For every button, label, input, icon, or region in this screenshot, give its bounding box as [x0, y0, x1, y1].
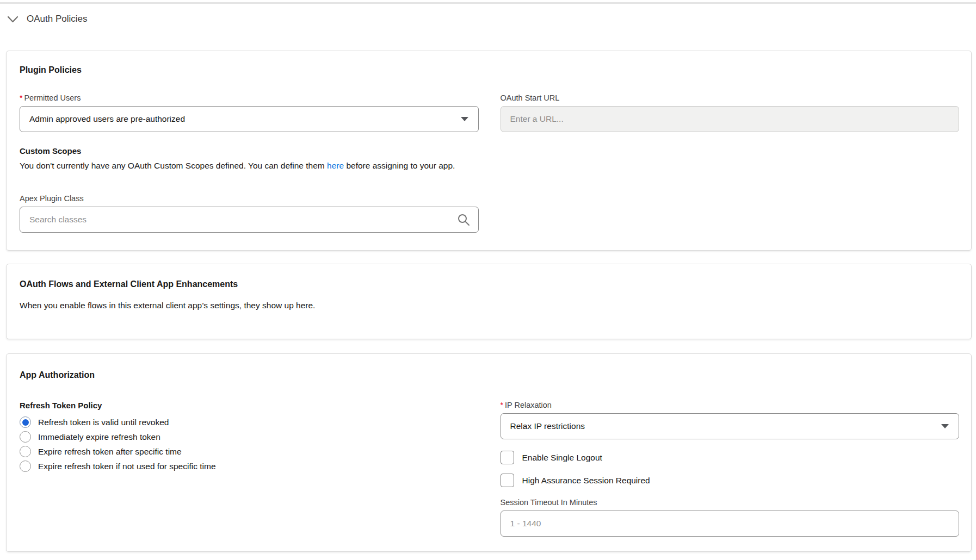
permitted-users-value: Admin approved users are pre-authorized: [29, 114, 185, 124]
dropdown-caret-icon: [941, 424, 949, 428]
checkbox-label: Enable Single Logout: [522, 453, 602, 463]
oauth-start-url-label: OAuth Start URL: [501, 94, 960, 102]
required-asterisk: *: [20, 94, 22, 102]
ip-relaxation-value: Relax IP restrictions: [510, 421, 585, 431]
custom-scopes-title: Custom Scopes: [20, 146, 959, 155]
plugin-policies-title: Plugin Policies: [20, 65, 959, 75]
top-divider: [0, 2, 976, 4]
enable-single-logout-row[interactable]: Enable Single Logout: [501, 451, 960, 464]
high-assurance-session-checkbox[interactable]: [501, 474, 514, 487]
required-asterisk: *: [501, 401, 503, 409]
radio-button[interactable]: [20, 461, 31, 472]
oauth-flows-card: OAuth Flows and External Client App Enha…: [6, 264, 972, 339]
apex-plugin-class-label: Apex Plugin Class: [20, 194, 479, 203]
session-timeout-label: Session Timeout In Minutes: [501, 498, 960, 507]
permitted-users-label: * Permitted Users: [20, 94, 479, 102]
checkbox-label: High Assurance Session Required: [522, 476, 650, 486]
app-authorization-right-column: * IP Relaxation Relax IP restrictions En…: [501, 401, 960, 537]
chevron-down-icon[interactable]: [7, 16, 18, 23]
enable-single-logout-checkbox[interactable]: [501, 451, 514, 464]
custom-scopes-text: You don't currently have any OAuth Custo…: [20, 161, 959, 171]
apex-plugin-class-search-input[interactable]: [20, 207, 479, 233]
radio-option-expire-after-time[interactable]: Expire refresh token after specific time: [20, 444, 479, 459]
refresh-token-policy-radio-group: Refresh token is valid until revoked Imm…: [20, 415, 479, 474]
radio-label: Refresh token is valid until revoked: [38, 418, 169, 427]
high-assurance-session-row[interactable]: High Assurance Session Required: [501, 474, 960, 487]
oauth-flows-title: OAuth Flows and External Client App Enha…: [20, 279, 959, 289]
ip-relaxation-label: * IP Relaxation: [501, 401, 960, 409]
radio-option-valid-until-revoked[interactable]: Refresh token is valid until revoked: [20, 415, 479, 430]
radio-label: Expire refresh token after specific time: [38, 447, 182, 457]
radio-option-immediately-expire[interactable]: Immediately expire refresh token: [20, 430, 479, 444]
app-authorization-card: App Authorization Refresh Token Policy R…: [6, 353, 972, 552]
oauth-start-url-field: OAuth Start URL: [501, 94, 960, 132]
refresh-token-policy-field: Refresh Token Policy Refresh token is va…: [20, 401, 479, 537]
plugin-policies-card: Plugin Policies * Permitted Users Admin …: [6, 51, 972, 251]
section-title: OAuth Policies: [27, 14, 88, 24]
oauth-flows-description: When you enable flows in this external c…: [20, 301, 959, 310]
dropdown-caret-icon: [461, 117, 468, 121]
radio-label: Immediately expire refresh token: [38, 432, 160, 442]
radio-button[interactable]: [20, 416, 31, 428]
permitted-users-select[interactable]: Admin approved users are pre-authorized: [20, 106, 479, 132]
oauth-start-url-input: [501, 106, 960, 132]
refresh-token-policy-label: Refresh Token Policy: [20, 401, 479, 410]
oauth-policies-section-header[interactable]: OAuth Policies: [7, 14, 88, 24]
search-icon: [457, 213, 470, 226]
permitted-users-field: * Permitted Users Admin approved users a…: [20, 94, 479, 132]
define-scopes-link[interactable]: here: [327, 161, 344, 170]
radio-button[interactable]: [20, 431, 31, 443]
radio-label: Expire refresh token if not used for spe…: [38, 462, 216, 471]
radio-option-expire-if-not-used[interactable]: Expire refresh token if not used for spe…: [20, 459, 479, 474]
radio-button[interactable]: [20, 446, 31, 457]
ip-relaxation-select[interactable]: Relax IP restrictions: [501, 413, 960, 439]
app-authorization-title: App Authorization: [20, 370, 959, 380]
session-timeout-input[interactable]: [501, 511, 960, 537]
